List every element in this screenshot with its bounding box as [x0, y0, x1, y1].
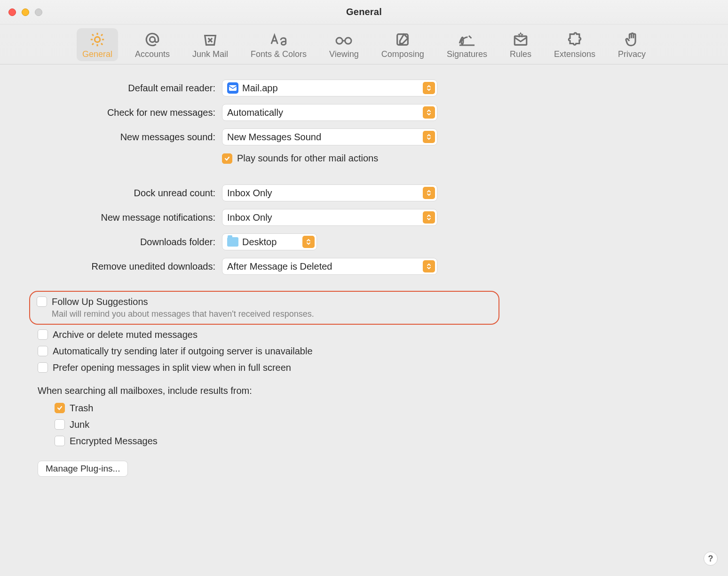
follow-up-label: Follow Up Suggestions: [52, 296, 314, 307]
select-stepper-icon: [423, 131, 435, 143]
mail-app-icon: [227, 82, 238, 94]
sound-select[interactable]: New Messages Sound: [222, 128, 437, 145]
sound-value: New Messages Sound: [227, 132, 321, 143]
tab-label: Junk Mail: [192, 49, 228, 59]
follow-up-checkbox[interactable]: [37, 296, 47, 307]
notifications-value: Inbox Only: [227, 212, 272, 223]
hand-icon: [624, 31, 640, 48]
select-stepper-icon: [423, 260, 435, 272]
remove-downloads-value: After Message is Deleted: [227, 261, 332, 272]
search-encrypted-checkbox[interactable]: [55, 436, 65, 446]
check-messages-label: Check for new messages:: [0, 107, 222, 118]
tab-junk-mail[interactable]: Junk Mail: [187, 28, 234, 61]
preferences-content: Default email reader: Mail.app Check for…: [0, 64, 728, 477]
puzzle-icon: [567, 31, 583, 48]
search-trash-label: Trash: [70, 403, 93, 414]
dock-unread-select[interactable]: Inbox Only: [222, 184, 437, 201]
preferences-toolbar: General Accounts Junk Mail Fonts & Color…: [0, 24, 728, 64]
dock-unread-label: Dock unread count:: [0, 188, 222, 199]
tab-label: General: [82, 49, 112, 59]
tab-viewing[interactable]: Viewing: [324, 28, 364, 61]
gear-icon: [89, 31, 105, 48]
compose-icon: [395, 31, 411, 48]
tab-composing[interactable]: Composing: [376, 28, 430, 61]
tab-fonts-colors[interactable]: Fonts & Colors: [245, 28, 312, 61]
zoom-window-button[interactable]: [35, 8, 42, 16]
select-stepper-icon: [423, 106, 435, 119]
tab-rules[interactable]: Rules: [504, 28, 537, 61]
auto-send-checkbox[interactable]: [38, 346, 48, 356]
search-include-heading: When searching all mailboxes, include re…: [0, 385, 728, 396]
follow-up-subtext: Mail will remind you about messages that…: [52, 309, 314, 319]
notifications-select[interactable]: Inbox Only: [222, 209, 437, 226]
svg-rect-5: [514, 36, 527, 45]
archive-muted-checkbox[interactable]: [38, 329, 48, 340]
play-sounds-checkbox[interactable]: [222, 153, 232, 164]
downloads-folder-label: Downloads folder:: [0, 237, 222, 248]
sound-label: New messages sound:: [0, 132, 222, 143]
tab-general[interactable]: General: [77, 28, 118, 61]
svg-point-0: [95, 37, 100, 42]
titlebar: General: [0, 0, 728, 24]
select-stepper-icon: [423, 187, 435, 199]
select-stepper-icon: [302, 236, 315, 248]
downloads-folder-select[interactable]: Desktop: [222, 233, 317, 250]
default-reader-label: Default email reader:: [0, 83, 222, 94]
folder-icon: [227, 237, 238, 247]
close-window-button[interactable]: [8, 8, 16, 16]
tab-label: Accounts: [135, 49, 170, 59]
split-view-checkbox[interactable]: [38, 362, 48, 373]
search-junk-checkbox[interactable]: [55, 419, 65, 430]
tab-label: Composing: [381, 49, 424, 59]
select-stepper-icon: [423, 82, 435, 94]
svg-point-3: [345, 38, 351, 44]
search-junk-label: Junk: [70, 419, 89, 430]
tab-label: Extensions: [554, 49, 595, 59]
window-title: General: [0, 7, 728, 17]
select-stepper-icon: [423, 211, 435, 224]
tab-signatures[interactable]: Signatures: [441, 28, 493, 61]
split-view-label: Prefer opening messages in split view wh…: [53, 362, 291, 373]
trash-x-icon: [202, 31, 218, 48]
notifications-label: New message notifications:: [0, 212, 222, 223]
minimize-window-button[interactable]: [22, 8, 29, 16]
manage-plugins-button[interactable]: Manage Plug-ins...: [38, 461, 128, 477]
search-trash-checkbox[interactable]: [55, 403, 65, 413]
tab-accounts[interactable]: Accounts: [129, 28, 175, 61]
default-reader-value: Mail.app: [242, 83, 278, 94]
tab-label: Viewing: [329, 49, 359, 59]
remove-downloads-label: Remove unedited downloads:: [0, 261, 222, 272]
tab-label: Rules: [510, 49, 531, 59]
follow-up-highlight: Follow Up Suggestions Mail will remind y…: [29, 291, 499, 325]
check-messages-select[interactable]: Automatically: [222, 104, 437, 121]
dock-unread-value: Inbox Only: [227, 188, 272, 199]
tab-label: Fonts & Colors: [251, 49, 307, 59]
tab-privacy[interactable]: Privacy: [612, 28, 651, 61]
font-icon: [269, 31, 288, 48]
tab-label: Signatures: [447, 49, 487, 59]
auto-send-label: Automatically try sending later if outgo…: [53, 346, 313, 357]
svg-rect-6: [229, 85, 237, 91]
svg-point-1: [150, 37, 155, 42]
glasses-icon: [334, 31, 353, 48]
archive-muted-label: Archive or delete muted messages: [53, 329, 198, 340]
tab-extensions[interactable]: Extensions: [548, 28, 601, 61]
svg-point-2: [336, 38, 342, 44]
help-button[interactable]: ?: [704, 552, 718, 566]
signature-icon: [458, 31, 476, 48]
downloads-folder-value: Desktop: [242, 237, 277, 248]
play-sounds-label: Play sounds for other mail actions: [237, 153, 378, 164]
default-reader-select[interactable]: Mail.app: [222, 80, 437, 96]
at-icon: [144, 31, 160, 48]
search-encrypted-label: Encrypted Messages: [70, 436, 158, 447]
remove-downloads-select[interactable]: After Message is Deleted: [222, 258, 437, 275]
check-messages-value: Automatically: [227, 107, 283, 118]
tab-label: Privacy: [618, 49, 646, 59]
envelope-star-icon: [513, 31, 529, 48]
